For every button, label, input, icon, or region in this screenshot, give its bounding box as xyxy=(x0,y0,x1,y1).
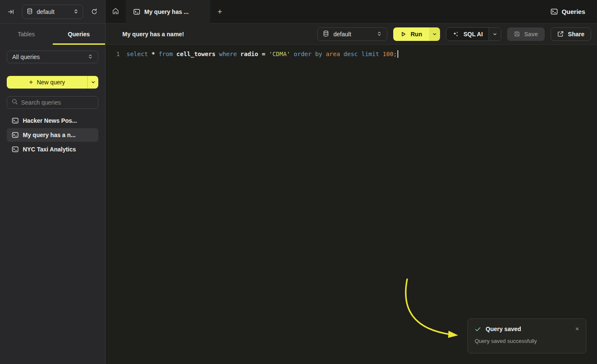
line-number: 1 xyxy=(110,51,120,57)
search-queries-box xyxy=(7,96,98,109)
plus-icon: + xyxy=(29,78,33,86)
chevron-updown-icon xyxy=(73,8,78,15)
terminal-icon xyxy=(12,132,19,138)
tab-queries-label: Queries xyxy=(68,31,90,38)
share-button[interactable]: Share xyxy=(551,27,591,41)
code-line-content: select * from cell_towers where radio = … xyxy=(127,51,397,57)
editor-tab[interactable]: My query has ... xyxy=(126,0,210,24)
tab-tables-label: Tables xyxy=(18,31,35,38)
toolbar-database-value: default xyxy=(333,31,373,38)
toast-query-saved: Query saved ✕ Query saved successfully xyxy=(467,318,586,353)
query-toolbar: My query has a name! default xyxy=(105,24,597,45)
play-icon xyxy=(400,31,406,37)
database-icon xyxy=(27,8,33,16)
collapse-sidebar-icon[interactable] xyxy=(5,6,17,18)
chevron-down-icon xyxy=(432,30,437,38)
terminal-icon xyxy=(551,8,558,15)
main-panel: My query has ... + Queries My query has … xyxy=(105,0,597,364)
editor-tab-label: My query has ... xyxy=(144,8,189,15)
query-list: Hacker News Pos... My query has a n... N… xyxy=(7,114,98,156)
sql-ai-button-group: SQL AI xyxy=(446,27,501,41)
app-window: default Tables Queries xyxy=(0,0,597,364)
check-icon xyxy=(475,326,481,332)
query-list-item[interactable]: NYC Taxi Analytics xyxy=(7,143,98,156)
run-button-label: Run xyxy=(411,31,422,38)
text-caret xyxy=(397,50,398,58)
queries-indicator-label: Queries xyxy=(562,8,585,15)
queries-indicator[interactable]: Queries xyxy=(551,0,597,23)
terminal-icon xyxy=(12,117,19,124)
run-options-button[interactable] xyxy=(429,27,440,41)
database-selector-value: default xyxy=(37,8,70,15)
save-icon xyxy=(514,31,520,37)
sql-editor[interactable]: 1 select * from cell_towers where radio … xyxy=(105,45,597,364)
sidebar-tabs: Tables Queries xyxy=(0,24,105,45)
home-button[interactable] xyxy=(105,0,126,23)
query-title: My query has a name! xyxy=(111,31,311,38)
sparkles-icon xyxy=(452,31,459,38)
toolbar-database-selector[interactable]: default xyxy=(317,27,387,41)
new-query-label: New query xyxy=(37,79,65,86)
refresh-icon[interactable] xyxy=(88,6,100,18)
sidebar-header: default xyxy=(0,0,105,24)
run-button-group: Run xyxy=(393,27,440,41)
query-list-item[interactable]: Hacker News Pos... xyxy=(7,114,98,127)
chevron-updown-icon xyxy=(377,31,382,38)
chevron-down-icon xyxy=(91,78,95,86)
tab-strip: My query has ... + Queries xyxy=(105,0,597,24)
sidebar-body: All queries + New query xyxy=(0,45,105,156)
new-query-main[interactable]: + New query xyxy=(7,76,87,89)
share-icon xyxy=(557,31,564,37)
sql-ai-options-button[interactable] xyxy=(489,28,501,40)
sql-ai-label: SQL AI xyxy=(463,31,483,38)
query-item-label: My query has a n... xyxy=(23,132,76,138)
queries-filter-select[interactable]: All queries xyxy=(7,51,98,63)
database-icon xyxy=(323,30,329,38)
query-list-item[interactable]: My query has a n... xyxy=(7,128,98,142)
tab-tables[interactable]: Tables xyxy=(0,24,53,45)
sidebar-database-selector[interactable]: default xyxy=(22,5,83,19)
terminal-icon xyxy=(133,8,140,15)
new-tab-button[interactable]: + xyxy=(210,0,230,23)
search-queries-input[interactable] xyxy=(21,99,97,106)
new-query-button[interactable]: + New query xyxy=(7,76,98,89)
run-button[interactable]: Run xyxy=(393,27,429,41)
toast-message: Query saved successfully xyxy=(475,338,579,344)
terminal-icon xyxy=(12,146,19,153)
query-item-label: NYC Taxi Analytics xyxy=(23,146,76,153)
home-icon xyxy=(112,7,119,16)
tab-queries[interactable]: Queries xyxy=(53,24,105,45)
save-button[interactable]: Save xyxy=(507,27,545,41)
toast-header: Query saved ✕ xyxy=(475,326,579,332)
close-icon[interactable]: ✕ xyxy=(575,326,579,332)
sql-ai-button[interactable]: SQL AI xyxy=(446,28,489,40)
toast-title: Query saved xyxy=(486,326,570,332)
new-query-dropdown-button[interactable] xyxy=(87,76,98,89)
queries-filter-value: All queries xyxy=(12,54,40,60)
query-item-label: Hacker News Pos... xyxy=(23,117,77,124)
sidebar: default Tables Queries xyxy=(0,0,105,364)
chevron-down-icon xyxy=(493,30,497,38)
code-line[interactable]: 1 select * from cell_towers where radio … xyxy=(105,49,597,59)
chevron-updown-icon xyxy=(88,54,93,60)
plus-icon: + xyxy=(217,7,222,16)
share-button-label: Share xyxy=(568,31,584,38)
search-icon xyxy=(12,99,18,106)
save-button-label: Save xyxy=(524,31,538,38)
